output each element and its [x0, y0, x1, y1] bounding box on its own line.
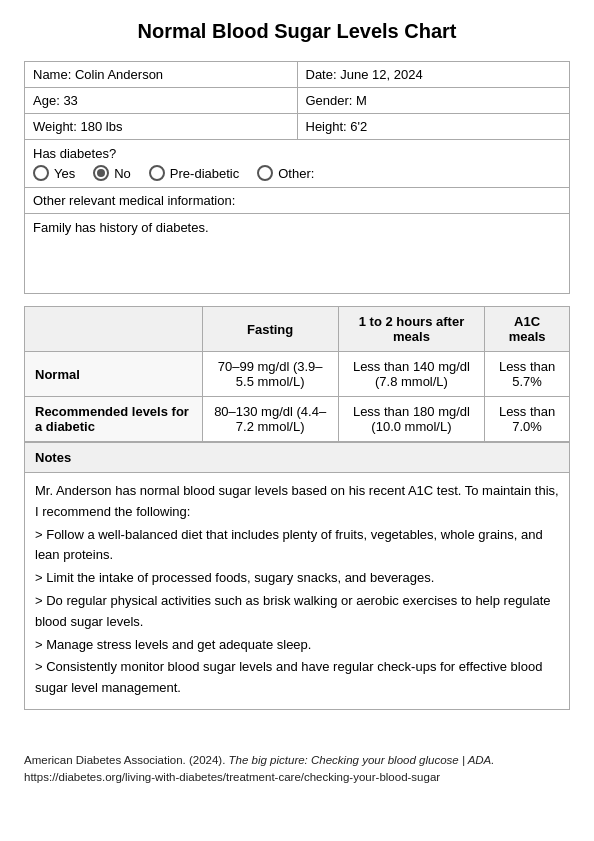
cell-fasting: 70–99 mg/dl (3.9–5.5 mmol/L)	[202, 352, 338, 397]
other-info-label: Other relevant medical information:	[33, 193, 235, 208]
patient-info-table: Name: Colin Anderson Date: June 12, 2024…	[24, 61, 570, 214]
radio-other-circle[interactable]	[257, 165, 273, 181]
age-label: Age:	[33, 93, 60, 108]
date-value: June 12, 2024	[340, 67, 422, 82]
table-row: Normal 70–99 mg/dl (3.9–5.5 mmol/L) Less…	[25, 352, 570, 397]
col-fasting: Fasting	[202, 307, 338, 352]
col-category	[25, 307, 203, 352]
citation: American Diabetes Association. (2024). T…	[24, 752, 570, 787]
height-value: 6'2	[350, 119, 367, 134]
notes-header: Notes	[25, 442, 569, 473]
cell-fasting: 80–130 mg/dl (4.4–7.2 mmol/L)	[202, 397, 338, 442]
notes-content: Mr. Anderson has normal blood sugar leve…	[25, 473, 569, 709]
blood-sugar-table: Fasting 1 to 2 hours after meals A1C mea…	[24, 306, 570, 442]
cell-category: Normal	[25, 352, 203, 397]
cell-a1c: Less than 7.0%	[485, 397, 570, 442]
radio-no-label: No	[114, 166, 131, 181]
name-value: Colin Anderson	[75, 67, 163, 82]
age-value: 33	[63, 93, 77, 108]
height-label: Height:	[306, 119, 347, 134]
page-title: Normal Blood Sugar Levels Chart	[24, 20, 570, 43]
radio-prediabetic[interactable]: Pre-diabetic	[149, 165, 239, 181]
diabetes-question: Has diabetes?	[33, 146, 561, 161]
date-label: Date:	[306, 67, 337, 82]
gender-value: M	[356, 93, 367, 108]
cell-a1c: Less than 5.7%	[485, 352, 570, 397]
other-info-text: Family has history of diabetes.	[24, 214, 570, 294]
name-label: Name:	[33, 67, 71, 82]
cell-after-meals: Less than 140 mg/dl (7.8 mmol/L)	[338, 352, 484, 397]
radio-other-label: Other:	[278, 166, 314, 181]
col-after-meals: 1 to 2 hours after meals	[338, 307, 484, 352]
table-row: Recommended levels for a diabetic 80–130…	[25, 397, 570, 442]
weight-label: Weight:	[33, 119, 77, 134]
gender-label: Gender:	[306, 93, 353, 108]
notes-section: Notes Mr. Anderson has normal blood suga…	[24, 442, 570, 710]
radio-yes-circle[interactable]	[33, 165, 49, 181]
col-a1c: A1C meals	[485, 307, 570, 352]
radio-no-circle[interactable]	[93, 165, 109, 181]
radio-other[interactable]: Other:	[257, 165, 314, 181]
radio-yes-label: Yes	[54, 166, 75, 181]
radio-prediabetic-label: Pre-diabetic	[170, 166, 239, 181]
radio-no[interactable]: No	[93, 165, 131, 181]
weight-value: 180 lbs	[80, 119, 122, 134]
cell-category: Recommended levels for a diabetic	[25, 397, 203, 442]
cell-after-meals: Less than 180 mg/dl (10.0 mmol/L)	[338, 397, 484, 442]
radio-prediabetic-circle[interactable]	[149, 165, 165, 181]
radio-group: Yes No Pre-diabetic Other:	[33, 161, 561, 181]
radio-yes[interactable]: Yes	[33, 165, 75, 181]
